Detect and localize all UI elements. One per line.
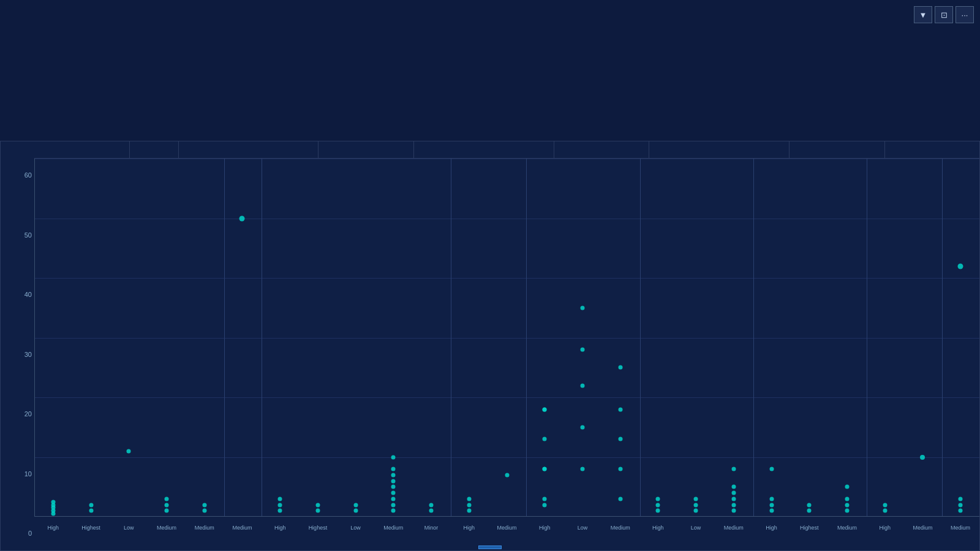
col-separator [942,159,943,516]
toolbar: ▼ ⊡ ··· [914,6,974,23]
x-tick-label: Medium [488,521,526,534]
col-header-subtask [790,141,885,158]
col-header-sr [554,141,650,158]
grid-line-h [35,278,979,279]
x-tick-label: High [526,521,564,534]
col-separator [753,159,754,516]
x-tick-label: High [450,521,488,534]
col-separator [640,159,641,516]
col-header-corre [130,141,179,158]
col-separator [262,159,262,516]
grid-line-h [35,397,979,398]
grid-line-h [35,457,979,458]
x-tick-label: High [34,521,72,534]
x-tick-label: Minor [412,521,450,534]
x-tick-label: High [261,521,299,534]
top-area: ▼ ⊡ ··· [0,0,980,141]
x-tick-label: Low [337,521,375,534]
x-tick-label: Highest [72,521,110,534]
y-ticks-column: 0102030405060 [8,159,34,517]
col-separator [526,159,527,516]
x-tick-label: Medium [148,521,186,534]
y-tick-label: 0 [9,530,32,537]
x-tick-label: High [639,521,677,534]
y-tick-label: 50 [9,231,32,239]
x-tick-label: High [753,521,791,534]
x-tick-label: Highest [299,521,337,534]
x-tick-label: Medium [715,521,753,534]
col-header-internal [179,141,319,158]
grid-area [34,159,979,517]
x-tick-label: High [866,521,904,534]
col-separator [867,159,867,516]
grid-line-h [35,219,979,219]
x-tick-label: Medium [828,521,866,534]
x-tick-label: Highest [790,521,828,534]
chart-inner: 0102030405060 HighHighestLowMediumMedium… [1,141,979,550]
filter-button[interactable]: ▼ [914,6,932,23]
priority-badge [478,545,502,549]
col-header-srwith [649,141,790,158]
x-tick-label: Medium [224,521,262,534]
more-button[interactable]: ··· [956,6,974,23]
column-headers-row [34,141,979,159]
y-tick-label: 20 [9,410,32,418]
col-header-breakfix [34,141,130,158]
x-tick-label: Low [677,521,715,534]
grid-line-h [35,338,979,339]
col-header-poam [414,141,554,158]
expand-button[interactable]: ⊡ [935,6,953,23]
x-tick-label: Medium [601,521,639,534]
col-separator [451,159,451,516]
y-tick-label: 30 [9,351,32,358]
x-tick-label: Low [564,521,601,534]
chart-area: 0102030405060 HighHighestLowMediumMedium… [0,141,980,551]
grid-line-h [35,159,979,159]
x-tick-label: Low [110,521,148,534]
x-tick-label: Medium [374,521,412,534]
col-header-task [885,141,980,158]
col-header-newuser [318,141,414,158]
x-axis-row: HighHighestLowMediumMediumMediumHighHigh… [34,521,979,534]
y-tick-label: 40 [9,291,32,298]
x-tick-label: Medium [904,521,942,534]
col-separator [224,159,225,516]
y-tick-label: 10 [9,470,32,478]
x-tick-label: Medium [186,521,224,534]
y-tick-label: 60 [9,171,32,179]
x-tick-label: Medium [941,521,979,534]
